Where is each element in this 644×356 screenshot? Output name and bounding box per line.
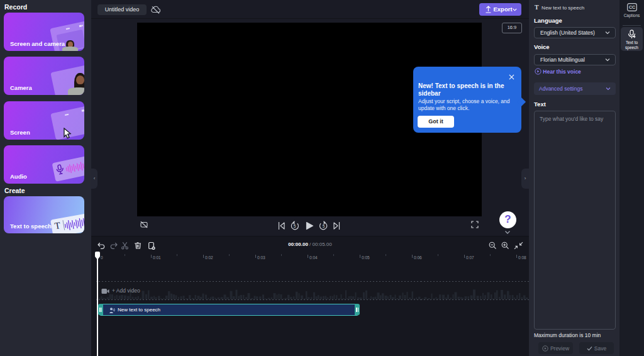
svg-text:5: 5 xyxy=(294,224,296,228)
svg-text:CC: CC xyxy=(628,5,635,9)
svg-text:5: 5 xyxy=(323,224,325,228)
